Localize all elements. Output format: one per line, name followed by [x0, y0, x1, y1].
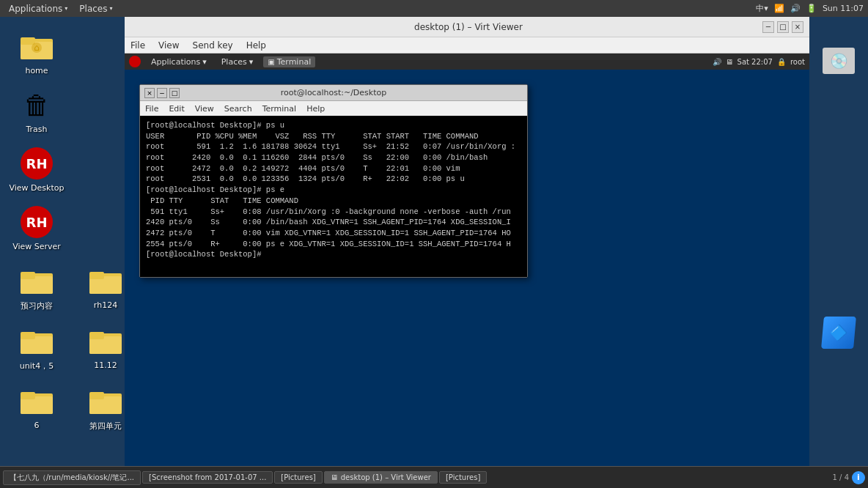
terminal-menu-edit[interactable]: Edit: [166, 103, 186, 114]
vm-volume-icon: 🔊: [713, 58, 721, 66]
fourth-icon: [88, 383, 123, 418]
desktop-icon-view-desktop[interactable]: RH View Desktop: [4, 141, 70, 197]
taskbar-item-0[interactable]: 【七八九（/run/media/kiosk//笔记...: [3, 470, 141, 485]
desktop: ⌂ home 🗑 Trash RH View Desktop RH View S…: [0, 17, 125, 488]
vm-apps-label: Applications: [151, 57, 200, 67]
vm-terminal-tab[interactable]: ▣ Terminal: [263, 56, 315, 67]
taskbar-item-3[interactable]: 🖥 desktop (1) – Virt Viewer: [324, 471, 438, 484]
terminal-menu-file[interactable]: File: [143, 103, 161, 114]
desktop-icon-unit45[interactable]: unit4，5: [4, 319, 70, 376]
vm-apps-menu[interactable]: Applications ▾: [147, 56, 211, 67]
terminal-body[interactable]: [root@localhost Desktop]# ps u USER PID …: [140, 116, 527, 277]
terminal-menu-view[interactable]: View: [193, 103, 216, 114]
view-desktop-icon: RH: [19, 146, 54, 181]
taskbar-label-4: [Pictures]: [446, 473, 480, 481]
rh124-icon: [88, 263, 123, 298]
virt-minimize-btn[interactable]: −: [762, 21, 774, 33]
svg-rect-19: [21, 392, 35, 399]
datetime: Sun 11:07: [823, 4, 864, 13]
virt-maximize-btn[interactable]: □: [777, 21, 789, 33]
svg-text:⌂: ⌂: [34, 42, 40, 53]
desktop-icon-prexi[interactable]: 预习内容: [4, 259, 70, 316]
taskbar-label-2: [Pictures]: [281, 473, 315, 481]
vm-terminal-icon: ▣: [268, 58, 274, 66]
view-server-icon: RH: [19, 204, 54, 240]
taskbar-label-3: desktop (1) – Virt Viewer: [341, 473, 431, 481]
applications-menu[interactable]: Applications ▾: [4, 2, 72, 15]
taskbar-virt-icon: 🖥: [331, 473, 338, 481]
virt-menu-view[interactable]: View: [155, 39, 182, 52]
terminal-content: [root@localhost Desktop]# ps u USER PID …: [146, 120, 521, 260]
trash-icon: 🗑: [19, 87, 54, 122]
terminal-menu-search[interactable]: Search: [222, 103, 254, 114]
vm-places-arrow: ▾: [249, 57, 254, 67]
unit45-label: unit4，5: [20, 361, 54, 371]
taskbar-label-1: [Screenshot from 2017-01-07 ...: [149, 473, 266, 481]
virt-menu-help[interactable]: Help: [243, 39, 269, 52]
terminal-close-btn[interactable]: ×: [144, 88, 155, 98]
terminal-window: × − □ root@localhost:~/Desktop File Edit…: [139, 84, 528, 278]
input-icon: 中▾: [756, 3, 768, 14]
desktop-icon-home[interactable]: ⌂ home: [4, 24, 70, 80]
applications-arrow: ▾: [65, 5, 67, 12]
svg-rect-7: [21, 272, 35, 279]
view-desktop-label: View Desktop: [10, 183, 65, 193]
home-icon: ⌂: [19, 29, 54, 64]
desktop-icon-view-server[interactable]: RH View Server: [4, 200, 70, 256]
desktop-right: 💿 🔷: [809, 17, 868, 488]
vm-lock-icon2: 🔒: [777, 58, 786, 66]
terminal-menu-terminal[interactable]: Terminal: [260, 103, 299, 114]
wifi-icon: 📶: [774, 4, 784, 13]
trash-label: Trash: [26, 125, 47, 134]
virt-controls: − □ ×: [762, 21, 803, 33]
virt-menu-bar: File View Send key Help: [125, 37, 809, 53]
unit45-icon: [19, 323, 54, 358]
virt-menu-sendkey[interactable]: Send key: [190, 39, 236, 52]
six-label: 6: [34, 421, 40, 430]
vm-content: × − □ root@localhost:~/Desktop File Edit…: [125, 70, 809, 467]
vm-redhat-logo: [129, 56, 141, 67]
vm-datetime: Sat 22:07: [738, 58, 773, 66]
svg-rect-2: [21, 37, 35, 45]
taskbar-item-1[interactable]: [Screenshot from 2017-01-07 ...: [142, 471, 273, 484]
rh124-label: rh124: [94, 300, 117, 310]
vm-apps-arrow: ▾: [202, 57, 207, 67]
terminal-maximize-btn[interactable]: □: [169, 88, 180, 98]
places-arrow: ▾: [109, 5, 112, 12]
applications-label: Applications: [9, 4, 62, 14]
virt-close-btn[interactable]: ×: [792, 21, 803, 33]
virt-title-bar: desktop (1) – Virt Viewer − □ ×: [125, 17, 809, 37]
outer-page-text: 1 / 4: [833, 473, 849, 481]
vm-top-bar: Applications ▾ Places ▾ ▣ Terminal 🔊 🖥 S…: [125, 53, 809, 70]
svg-rect-22: [89, 392, 104, 399]
taskbar-item-4[interactable]: [Pictures]: [439, 471, 487, 484]
vm-user: root: [790, 58, 805, 66]
prexi-label: 预习内容: [21, 300, 53, 311]
volume-icon: 🔊: [790, 4, 801, 13]
top-bar: Applications ▾ Places ▾ 中▾ 📶 🔊 🔋 Sun 11:…: [0, 0, 868, 17]
vm-places-menu[interactable]: Places ▾: [217, 56, 258, 67]
desktop-icon-six[interactable]: 6: [4, 379, 70, 436]
vm-top-bar-left: Applications ▾ Places ▾ ▣ Terminal: [129, 56, 315, 67]
places-menu[interactable]: Places ▾: [75, 2, 117, 15]
fourth-label: 第四单元: [89, 421, 122, 432]
outer-taskbar: 【七八九（/run/media/kiosk//笔记... [Screenshot…: [0, 466, 868, 488]
terminal-minimize-btn[interactable]: −: [157, 88, 167, 98]
desktop-icon-drive[interactable]: 💿: [806, 39, 868, 85]
svg-rect-13: [21, 332, 35, 339]
desktop-icon-blue[interactable]: 🔷: [806, 311, 868, 357]
vm-terminal-label: Terminal: [277, 57, 312, 67]
terminal-title-bar: × − □ root@localhost:~/Desktop: [140, 85, 527, 101]
virt-menu-file[interactable]: File: [128, 39, 148, 52]
desktop-icon-trash[interactable]: 🗑 Trash: [4, 83, 70, 138]
1112-icon: [88, 323, 123, 358]
places-label: Places: [79, 4, 107, 14]
drive-icon: 💿: [821, 43, 856, 78]
terminal-menu-help[interactable]: Help: [304, 103, 327, 114]
virt-viewer-window: desktop (1) – Virt Viewer − □ × File Vie…: [125, 17, 809, 488]
home-label: home: [25, 66, 48, 75]
prexi-icon: [19, 263, 54, 298]
taskbar-item-2[interactable]: [Pictures]: [274, 471, 322, 484]
blue-icon: 🔷: [821, 315, 856, 350]
view-server-label: View Server: [12, 242, 61, 251]
